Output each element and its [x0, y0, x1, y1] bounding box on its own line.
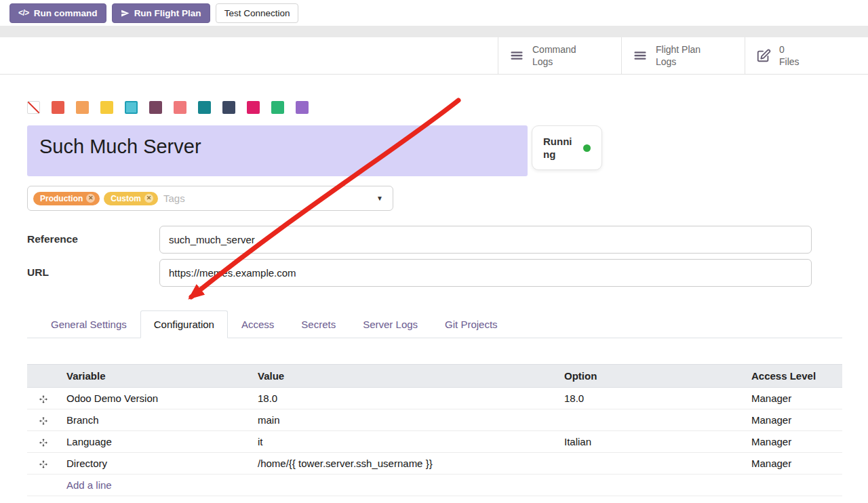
url-input[interactable]	[159, 259, 812, 287]
cell-value[interactable]: 18.0	[251, 388, 557, 409]
col-access-level: Access Level	[745, 365, 842, 388]
table-row: Odoo Demo Version18.018.0Manager	[27, 388, 842, 409]
table-row: LanguageitItalianManager	[27, 431, 842, 453]
config-table-rows: Odoo Demo Version18.018.0ManagerBranchma…	[27, 388, 842, 475]
color-swatch-salmon[interactable]	[174, 101, 186, 114]
menu-icon	[633, 48, 648, 63]
tags-field[interactable]: Production✕Custom✕ Tags ▼	[27, 186, 393, 211]
tab-general-settings[interactable]: General Settings	[37, 310, 140, 338]
table-header-row: Variable Value Option Access Level	[27, 365, 842, 388]
tab-bar: General SettingsConfigurationAccessSecre…	[27, 310, 842, 338]
tab-configuration[interactable]: Configuration	[140, 310, 228, 338]
drag-handle-icon[interactable]	[27, 431, 60, 453]
tags-list: Production✕Custom✕	[33, 192, 158, 205]
color-swatch-yellow[interactable]	[100, 101, 113, 114]
stat-label-line1: Command	[532, 43, 576, 56]
color-swatch-orange[interactable]	[76, 101, 89, 114]
tag-custom[interactable]: Custom✕	[104, 192, 158, 205]
drag-handle-icon[interactable]	[27, 388, 60, 409]
table-row: Directory/home/{{ tower.server.ssh_usern…	[27, 453, 842, 475]
edit-icon	[756, 48, 771, 63]
color-swatch-green[interactable]	[271, 101, 284, 114]
tag-label: Custom	[111, 194, 141, 203]
tab-secrets[interactable]: Secrets	[288, 310, 349, 338]
cell-option[interactable]	[557, 409, 745, 431]
title-row: Such Much Server Running	[27, 125, 842, 176]
tags-placeholder: Tags	[163, 193, 185, 204]
cell-option[interactable]: 18.0	[557, 388, 745, 409]
stat-label-line2: Files	[779, 56, 800, 68]
reference-input[interactable]	[159, 226, 812, 254]
run-flight-plan-button[interactable]: Run Flight Plan	[112, 3, 210, 23]
color-palette	[27, 101, 842, 114]
color-swatch-fuchsia[interactable]	[247, 101, 260, 114]
tab-git-projects[interactable]: Git Projects	[431, 310, 511, 338]
cell-variable[interactable]: Directory	[60, 453, 251, 475]
color-swatch-none[interactable]	[27, 101, 40, 114]
status-bar: Command Logs Flight Plan Logs 0 Files	[0, 37, 868, 75]
stat-label-line1: 0	[779, 43, 800, 56]
color-swatch-cyan[interactable]	[125, 101, 138, 114]
run-command-button[interactable]: </> Run command	[9, 3, 106, 23]
configuration-table: Variable Value Option Access Level Odoo …	[27, 364, 842, 496]
stat-button-files[interactable]: 0 Files	[745, 37, 868, 74]
test-connection-label: Test Connection	[224, 8, 290, 18]
status-card: Running	[532, 125, 602, 170]
stat-label-line1: Flight Plan	[656, 43, 701, 56]
status-label: Running	[543, 135, 575, 161]
server-name-input[interactable]: Such Much Server	[27, 125, 528, 176]
url-field-row: URL	[27, 259, 812, 287]
reference-label: Reference	[27, 226, 159, 245]
cell-value[interactable]: /home/{{ tower.server.ssh_username }}	[251, 453, 557, 475]
cell-variable[interactable]: Odoo Demo Version	[60, 388, 251, 409]
cell-variable[interactable]: Branch	[60, 409, 251, 431]
paper-plane-icon	[121, 9, 130, 18]
col-handle	[27, 365, 60, 388]
stat-button-command-logs[interactable]: Command Logs	[498, 37, 621, 74]
cell-option[interactable]	[557, 453, 745, 475]
stat-label-line2: Logs	[532, 56, 576, 68]
background-strip	[0, 26, 868, 37]
cell-value[interactable]: it	[251, 431, 557, 453]
tab-server-logs[interactable]: Server Logs	[349, 310, 431, 338]
remove-tag-icon[interactable]: ✕	[86, 194, 95, 203]
top-control-bar: </> Run command Run Flight Plan Test Con…	[0, 0, 868, 26]
drag-handle-icon[interactable]	[27, 409, 60, 431]
add-a-line-link[interactable]: Add a line	[66, 479, 112, 491]
status-dot	[583, 144, 591, 152]
color-swatch-teal[interactable]	[198, 101, 211, 114]
color-swatch-purple[interactable]	[296, 101, 309, 114]
tag-production[interactable]: Production✕	[33, 192, 100, 205]
col-value: Value	[251, 365, 557, 388]
cell-access-level[interactable]: Manager	[745, 409, 842, 431]
col-option: Option	[557, 365, 745, 388]
run-flight-plan-label: Run Flight Plan	[134, 8, 201, 18]
col-variable: Variable	[60, 365, 251, 388]
remove-tag-icon[interactable]: ✕	[144, 194, 153, 203]
color-swatch-dark-purple[interactable]	[149, 101, 162, 114]
stat-label-line2: Logs	[656, 56, 701, 68]
fields-group: Reference URL	[27, 226, 812, 287]
drag-handle-icon[interactable]	[27, 453, 60, 475]
stat-button-flight-plan-logs[interactable]: Flight Plan Logs	[621, 37, 745, 74]
dropdown-caret-icon[interactable]: ▼	[376, 195, 383, 202]
run-command-label: Run command	[34, 8, 98, 18]
color-swatch-dark-blue[interactable]	[222, 101, 235, 114]
tab-access[interactable]: Access	[228, 310, 288, 338]
table-row: BranchmainManager	[27, 409, 842, 431]
cell-access-level[interactable]: Manager	[745, 388, 842, 409]
cell-access-level[interactable]: Manager	[745, 431, 842, 453]
add-line-row: Add a line	[27, 475, 842, 496]
cell-value[interactable]: main	[251, 409, 557, 431]
cell-option[interactable]: Italian	[557, 431, 745, 453]
cell-variable[interactable]: Language	[60, 431, 251, 453]
code-icon: </>	[18, 8, 29, 18]
tag-label: Production	[40, 194, 83, 203]
reference-field-row: Reference	[27, 226, 812, 254]
cell-access-level[interactable]: Manager	[745, 453, 842, 475]
menu-icon	[509, 48, 524, 63]
url-label: URL	[27, 259, 159, 279]
test-connection-button[interactable]: Test Connection	[216, 3, 299, 23]
form-sheet: Such Much Server Running Production✕Cust…	[0, 101, 868, 496]
color-swatch-red[interactable]	[52, 101, 64, 114]
